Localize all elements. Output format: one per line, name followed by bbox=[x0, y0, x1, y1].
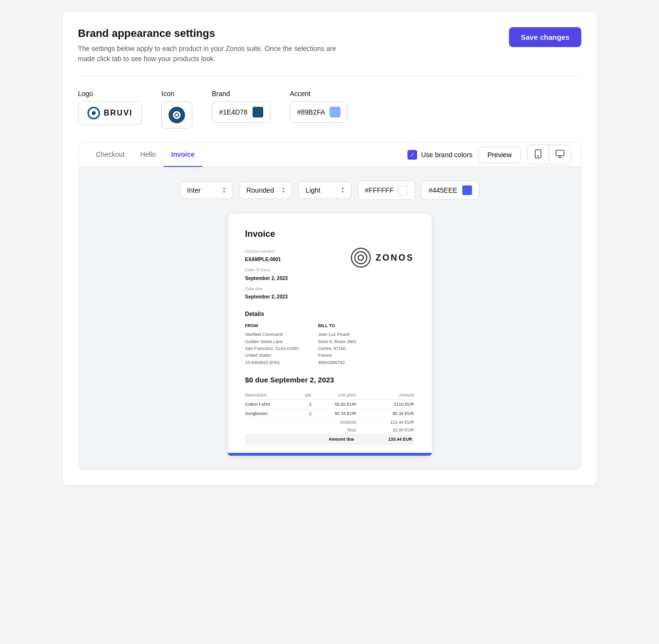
accent-color-control[interactable]: #445EEE bbox=[421, 181, 479, 200]
invoice-number-label: Invoice number bbox=[245, 249, 275, 254]
theme-value: Light bbox=[305, 186, 320, 194]
invoice-due-value: September 2, 2023 bbox=[245, 294, 288, 299]
bg-color-control[interactable]: #FFFFFF bbox=[357, 181, 415, 200]
logo-circle-inner bbox=[92, 111, 96, 115]
subtotal-row: Subtotal 111.44 EUR bbox=[245, 418, 414, 427]
invoice-due-row: Date due September 2, 2023 bbox=[245, 284, 288, 301]
svg-rect-2 bbox=[556, 150, 564, 156]
invoice-number-row: Invoice number EXAMPLE-0001 bbox=[245, 247, 288, 264]
icon-circle-outer bbox=[169, 107, 185, 123]
page-wrapper: Brand appearance settings The settings b… bbox=[63, 12, 597, 485]
from-line-3: San Francisco, 2143-21555 bbox=[245, 345, 299, 352]
invoice-due-amount: $0 due September 2, 2023 bbox=[245, 376, 414, 384]
svg-point-7 bbox=[358, 255, 364, 261]
invoice-preview: Invoice Invoice number EXAMPLE-0001 Date… bbox=[228, 214, 432, 456]
header-text: Brand appearance settings The settings b… bbox=[78, 27, 350, 64]
invoice-issue-value: September 2, 2023 bbox=[245, 276, 288, 281]
tab-invoice[interactable]: Invoice bbox=[164, 143, 203, 167]
amount-due-label: Amount due bbox=[245, 434, 356, 445]
invoice-number-value: EXAMPLE-0001 bbox=[245, 257, 281, 262]
row2-unit-price: 80.34 EUR bbox=[311, 409, 356, 418]
page-description: The settings below apply to each product… bbox=[78, 44, 350, 64]
from-line-4: United States bbox=[245, 352, 299, 359]
total-label: Total bbox=[245, 426, 356, 434]
desktop-view-button[interactable] bbox=[549, 145, 571, 164]
border-selector[interactable]: Rounded ▲▼ bbox=[239, 182, 292, 199]
col-description: Description bbox=[245, 391, 298, 400]
invoice-bottom-bar bbox=[228, 453, 432, 456]
logo-circle-icon bbox=[87, 107, 100, 119]
table-row: Cotton t-shirt 2 55.55 EUR 3110 EUR bbox=[245, 400, 414, 409]
bg-color-swatch bbox=[398, 185, 408, 195]
bill-to-label: BILL TO bbox=[318, 322, 357, 329]
invoice-issue-row: Date of issue September 2, 2023 bbox=[245, 265, 288, 282]
bill-to-line-5: 48942895762 bbox=[318, 359, 357, 366]
svg-point-5 bbox=[352, 248, 371, 267]
brand-color-box[interactable]: #1E4D78 bbox=[212, 101, 270, 123]
icon-box[interactable] bbox=[161, 101, 192, 129]
row2-description: Sunglasses bbox=[245, 409, 298, 418]
invoice-details-title: Details bbox=[245, 311, 414, 317]
zonos-logo-icon bbox=[350, 247, 372, 268]
icon-circle-inner bbox=[173, 111, 181, 119]
brand-color-section: Brand #1E4D78 bbox=[212, 90, 270, 123]
accent-color-display-value: #445EEE bbox=[428, 186, 457, 194]
from-label: FROM bbox=[245, 322, 299, 329]
row2-qty: 1 bbox=[297, 409, 311, 418]
row1-amount: 3110 EUR bbox=[356, 400, 414, 409]
border-value: Rounded bbox=[246, 186, 274, 194]
brand-colors-checkbox[interactable]: ✓ bbox=[407, 150, 417, 160]
device-buttons bbox=[527, 145, 571, 165]
from-line-2: Golden Street Lane bbox=[245, 338, 299, 345]
font-arrows-icon: ▲▼ bbox=[222, 186, 226, 194]
theme-selector[interactable]: Light ▲▼ bbox=[298, 182, 352, 199]
amount-due-row: Amount due 133.44 EUR bbox=[245, 434, 414, 445]
col-qty: Qty bbox=[297, 391, 311, 400]
subtotal-value: 111.44 EUR bbox=[356, 418, 414, 427]
save-button[interactable]: Save changes bbox=[509, 27, 581, 47]
logo-box[interactable]: BRUVI bbox=[78, 101, 142, 125]
svg-point-6 bbox=[355, 252, 367, 264]
accent-color-swatch bbox=[330, 107, 340, 117]
tab-checkout[interactable]: Checkout bbox=[88, 143, 133, 167]
preview-button[interactable]: Preview bbox=[478, 147, 521, 163]
brand-color-value: #1E4D78 bbox=[219, 108, 247, 116]
invoice-issue-label: Date of issue bbox=[245, 267, 271, 272]
invoice-table: Description Qty Unit price Amount Cotton… bbox=[245, 391, 414, 445]
logo-section: Logo BRUVI bbox=[78, 90, 142, 125]
theme-arrows-icon: ▲▼ bbox=[340, 186, 344, 194]
row1-description: Cotton t-shirt bbox=[245, 400, 298, 409]
table-row: Sunglasses 1 80.34 EUR 80.34 EUR bbox=[245, 409, 414, 418]
from-line-1: Starfleet Command bbox=[245, 331, 299, 338]
use-brand-colors-label: Use brand colors bbox=[421, 151, 473, 159]
brand-color-label: Brand bbox=[212, 90, 270, 98]
accent-color-label: Accent bbox=[290, 90, 348, 98]
invoice-due-label: Date due bbox=[245, 286, 263, 291]
accent-color-value: #89B2FA bbox=[297, 108, 325, 116]
tablet-view-button[interactable] bbox=[527, 145, 549, 164]
row1-qty: 2 bbox=[297, 400, 311, 409]
use-brand-colors[interactable]: ✓ Use brand colors bbox=[407, 150, 473, 160]
divider bbox=[78, 76, 581, 76]
accent-color-box[interactable]: #89B2FA bbox=[290, 101, 348, 123]
tabs-right: ✓ Use brand colors Preview bbox=[407, 145, 571, 165]
brand-row: Logo BRUVI Icon Brand #1E4D78 bbox=[78, 90, 581, 129]
font-selector[interactable]: Inter ▲▼ bbox=[180, 182, 233, 199]
row2-amount: 80.34 EUR bbox=[356, 409, 414, 418]
from-line-5: 23-8493943 (EIN) bbox=[245, 359, 299, 366]
bg-color-value: #FFFFFF bbox=[365, 186, 393, 194]
subtotal-label: Subtotal bbox=[245, 418, 356, 427]
tab-hello[interactable]: Hello bbox=[133, 143, 164, 167]
svg-point-1 bbox=[538, 155, 539, 156]
invoice-addresses: FROM Starfleet Command Golden Street Lan… bbox=[245, 322, 414, 366]
invoice-meta-left: Invoice number EXAMPLE-0001 Date of issu… bbox=[245, 247, 288, 301]
header: Brand appearance settings The settings b… bbox=[78, 27, 581, 64]
border-arrows-icon: ▲▼ bbox=[281, 186, 285, 194]
tabs-section: Checkout Hello Invoice ✓ Use brand color… bbox=[78, 142, 581, 470]
zonos-logo-text: ZONOS bbox=[375, 253, 414, 263]
font-value: Inter bbox=[187, 186, 201, 194]
invoice-logo: ZONOS bbox=[350, 247, 414, 268]
amount-due-value: 133.44 EUR bbox=[356, 434, 414, 445]
invoice-title: Invoice bbox=[245, 229, 414, 239]
bill-to-line-3: Centre, 87160 bbox=[318, 345, 357, 352]
